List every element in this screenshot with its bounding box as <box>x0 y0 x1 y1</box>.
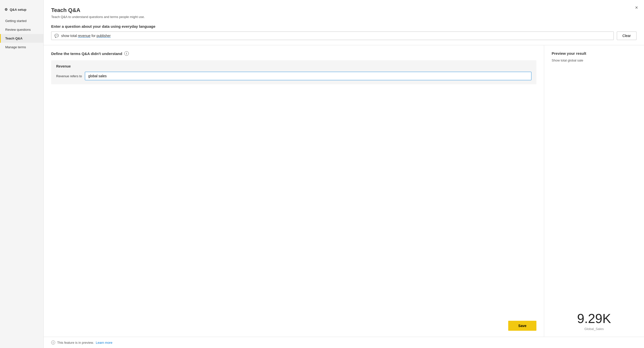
learn-more-link[interactable]: Learn more <box>96 341 112 344</box>
footer-text: This feature is in preview. <box>57 341 94 344</box>
content-area: Define the terms Q&A didn't understand i… <box>44 45 644 337</box>
close-button[interactable]: × <box>634 4 639 11</box>
sidebar: ⚙ Q&A setup Getting started Review quest… <box>0 0 44 348</box>
question-term-revenue: revenue <box>78 34 90 38</box>
define-terms-info-icon[interactable]: i <box>124 51 129 56</box>
left-panel-footer: Save <box>51 316 536 331</box>
right-panel: Preview your result Show total global sa… <box>544 45 644 337</box>
define-terms-header: Define the terms Q&A didn't understand i <box>51 51 536 56</box>
preview-number-label: Global_Sales <box>552 327 636 331</box>
footer-info-icon: i <box>51 340 55 344</box>
term-refers-input[interactable] <box>85 72 532 80</box>
sidebar-item-teach-qa[interactable]: Teach Q&A <box>0 34 44 43</box>
page-subtitle: Teach Q&A to understand questions and te… <box>51 15 636 19</box>
main-footer: i This feature is in preview. Learn more <box>44 337 644 348</box>
save-button[interactable]: Save <box>508 321 536 331</box>
question-input-wrapper[interactable]: 💬 show total revenue for publisher <box>51 32 614 40</box>
sidebar-header-label: Q&A setup <box>10 8 26 12</box>
main-panel: × Teach Q&A Teach Q&A to understand ques… <box>44 0 644 348</box>
preview-number: 9.29K <box>552 312 636 325</box>
term-refers-label: Revenue refers to <box>56 74 82 78</box>
question-section-label: Enter a question about your data using e… <box>51 24 636 29</box>
chat-icon: 💬 <box>54 34 59 38</box>
define-terms-label: Define the terms Q&A didn't understand <box>51 52 122 56</box>
preview-big-number-container: 9.29K Global_Sales <box>552 297 636 331</box>
page-title: Teach Q&A <box>51 7 636 14</box>
sidebar-item-review-questions[interactable]: Review questions <box>0 25 44 34</box>
question-input-row: 💬 show total revenue for publisher Clear <box>51 32 636 40</box>
term-refers-row: Revenue refers to <box>56 72 532 80</box>
preview-title: Preview your result <box>552 51 636 56</box>
preview-subtitle: Show total global sale <box>552 59 636 62</box>
sidebar-item-getting-started[interactable]: Getting started <box>0 17 44 25</box>
sidebar-header: ⚙ Q&A setup <box>0 5 44 17</box>
gear-icon: ⚙ <box>4 8 8 12</box>
question-term-publisher: publisher <box>96 34 111 38</box>
left-panel: Define the terms Q&A didn't understand i… <box>44 45 544 337</box>
main-header: Teach Q&A Teach Q&A to understand questi… <box>44 0 644 45</box>
term-card-title: Revenue <box>56 64 532 68</box>
question-text: show total revenue for publisher <box>61 34 110 38</box>
sidebar-item-manage-terms[interactable]: Manage terms <box>0 43 44 52</box>
clear-button[interactable]: Clear <box>617 32 636 40</box>
term-card: Revenue Revenue refers to <box>51 60 536 84</box>
